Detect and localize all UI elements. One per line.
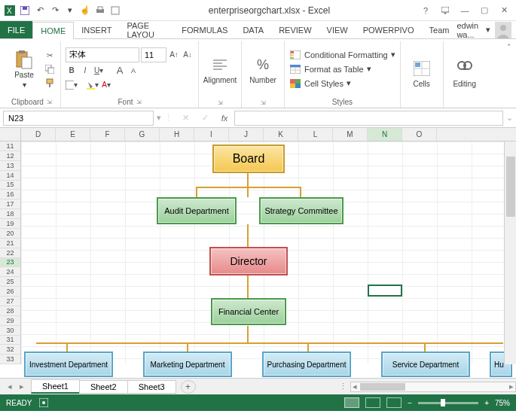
org-box-director[interactable]: Director (209, 247, 288, 275)
avatar[interactable] (495, 22, 511, 38)
normal-view-button[interactable] (344, 397, 359, 408)
row-header[interactable]: 16 (0, 190, 21, 199)
redo-icon[interactable]: ↷ (48, 4, 62, 17)
insert-function-button[interactable]: fx (218, 111, 231, 125)
org-box-board[interactable]: Board (212, 145, 285, 173)
fill-color-button[interactable]: ▾ (87, 79, 99, 91)
col-header[interactable]: K (264, 128, 298, 141)
page-break-view-button[interactable] (386, 397, 402, 408)
sheet-nav-next[interactable]: ▸ (17, 382, 27, 391)
row-header[interactable]: 23 (0, 258, 21, 268)
font-grow-icon[interactable]: A (114, 65, 126, 77)
col-header[interactable]: J (229, 128, 264, 141)
font-name-input[interactable] (66, 47, 139, 62)
tab-powerpivot[interactable]: POWERPIVO (356, 21, 422, 38)
excel-icon[interactable]: X (3, 4, 17, 17)
col-header[interactable]: N (368, 128, 402, 141)
horizontal-scrollbar[interactable]: ◂ ▸ (350, 382, 516, 392)
alignment-button[interactable]: Alignment (203, 47, 237, 93)
tab-data[interactable]: DATA (235, 21, 271, 38)
ribbon-options-button[interactable] (436, 3, 454, 18)
tab-home[interactable]: HOME (32, 22, 74, 39)
cells-button[interactable]: Cells (405, 50, 438, 96)
collapse-ribbon-icon[interactable]: ˄ (505, 41, 513, 108)
col-header[interactable]: H (160, 128, 194, 141)
row-header[interactable]: 11 (0, 142, 21, 151)
row-header[interactable]: 14 (0, 171, 21, 181)
tab-review[interactable]: REVIEW (271, 21, 319, 38)
number-button[interactable]: % Number (246, 47, 279, 93)
active-cell[interactable] (368, 285, 402, 297)
font-shrink-icon[interactable]: A (127, 65, 139, 77)
vertical-scrollbar[interactable] (504, 142, 516, 364)
row-header[interactable]: 22 (0, 248, 21, 258)
col-header[interactable]: D (21, 128, 56, 141)
font-color-button[interactable]: A▾ (100, 79, 112, 91)
font-launcher[interactable]: ⇲ (136, 99, 142, 105)
name-box[interactable] (3, 111, 154, 126)
tab-page-layout[interactable]: PAGE LAYOU (119, 21, 174, 38)
row-header[interactable]: 30 (0, 326, 21, 336)
copy-icon[interactable] (44, 63, 56, 75)
zoom-slider[interactable] (418, 402, 478, 404)
new-sheet-button[interactable]: + (181, 380, 196, 394)
cell-canvas[interactable]: Board Audit Department Strategy Committe… (21, 142, 516, 364)
help-button[interactable]: ? (417, 3, 435, 18)
expand-formula-icon[interactable]: ⌄ (506, 113, 513, 123)
tab-team[interactable]: Team (422, 21, 457, 38)
enter-formula-icon[interactable]: ✓ (198, 111, 212, 125)
border-button[interactable]: ▾ (66, 79, 78, 91)
row-header[interactable]: 26 (0, 287, 21, 297)
row-header[interactable]: 19 (0, 219, 21, 229)
row-header[interactable]: 25 (0, 277, 21, 287)
clipboard-launcher[interactable]: ⇲ (47, 99, 52, 105)
save-icon[interactable] (18, 4, 32, 17)
quick-print-icon[interactable] (93, 4, 107, 17)
font-size-input[interactable] (141, 47, 166, 62)
page-layout-view-button[interactable] (365, 397, 380, 408)
touch-mode-icon[interactable]: ☝ (78, 4, 92, 17)
row-header[interactable]: 28 (0, 306, 21, 316)
row-header[interactable]: 12 (0, 151, 21, 161)
user-area[interactable]: edwin wa...▾ (456, 21, 516, 38)
row-header[interactable]: 33 (0, 355, 21, 364)
format-painter-icon[interactable] (44, 77, 56, 89)
col-header[interactable]: E (56, 128, 90, 141)
zoom-in-button[interactable]: + (484, 399, 489, 407)
bold-button[interactable]: B (66, 65, 78, 77)
formula-input[interactable] (234, 111, 503, 126)
editing-button[interactable]: Editing (448, 50, 481, 96)
tab-insert[interactable]: INSERT (74, 21, 119, 38)
row-header[interactable]: 29 (0, 316, 21, 326)
underline-button[interactable]: U▾ (93, 65, 105, 77)
col-header[interactable]: I (194, 128, 229, 141)
hscroll-thumb[interactable] (360, 383, 405, 391)
tab-formulas[interactable]: FORMULAS (174, 21, 235, 38)
paste-button[interactable]: Paste▾ (8, 46, 41, 93)
org-box-financial[interactable]: Financial Center (211, 298, 286, 325)
row-header[interactable]: 24 (0, 267, 21, 277)
minimize-button[interactable]: — (456, 3, 474, 18)
col-header[interactable]: M (333, 128, 368, 141)
org-box-service[interactable]: Service Department (381, 352, 470, 377)
sheet-tab[interactable]: Sheet3 (127, 380, 176, 394)
zoom-level[interactable]: 75% (495, 399, 510, 407)
format-as-table-button[interactable]: Format as Table▾ (289, 62, 395, 76)
org-box-audit[interactable]: Audit Department (157, 197, 237, 224)
print-preview-icon[interactable] (108, 4, 122, 17)
col-header[interactable]: L (298, 128, 333, 141)
chevron-down-icon[interactable]: ▾ (63, 4, 77, 17)
zoom-out-button[interactable]: − (408, 399, 412, 407)
org-box-investment[interactable]: Investment Department (24, 352, 113, 377)
row-header[interactable]: 20 (0, 229, 21, 239)
cell-styles-button[interactable]: Cell Styles▾ (289, 77, 395, 90)
row-header[interactable]: 13 (0, 161, 21, 171)
cancel-formula-icon[interactable]: ✕ (179, 111, 192, 125)
col-header[interactable]: O (402, 128, 437, 141)
col-header[interactable]: F (90, 128, 125, 141)
org-box-strategy[interactable]: Strategy Committee (259, 197, 343, 224)
maximize-button[interactable]: ▢ (475, 3, 493, 18)
sheet-nav-prev[interactable]: ◂ (5, 382, 15, 391)
alignment-launcher[interactable]: ⇲ (218, 99, 223, 106)
conditional-formatting-button[interactable]: Conditional Formatting▾ (289, 48, 395, 62)
